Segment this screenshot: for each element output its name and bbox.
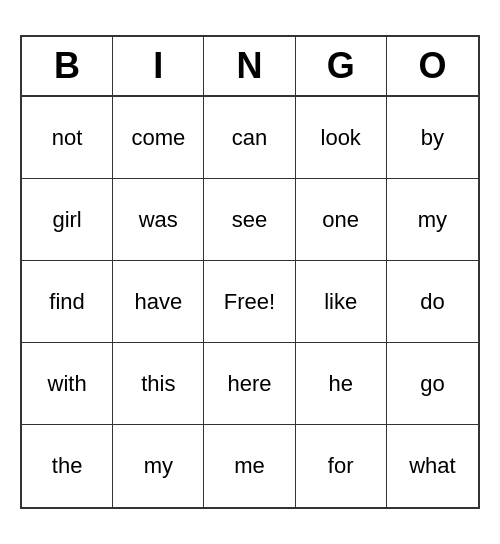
- header-g: G: [296, 37, 387, 95]
- cell-0: not: [22, 97, 113, 179]
- cell-6: was: [113, 179, 204, 261]
- cell-10: find: [22, 261, 113, 343]
- cell-2: can: [204, 97, 295, 179]
- cell-9: my: [387, 179, 478, 261]
- cell-4: by: [387, 97, 478, 179]
- header-i: I: [113, 37, 204, 95]
- cell-7: see: [204, 179, 295, 261]
- cell-11: have: [113, 261, 204, 343]
- cell-18: he: [296, 343, 387, 425]
- cell-17: here: [204, 343, 295, 425]
- bingo-grid: not come can look by girl was see one my…: [22, 97, 478, 507]
- cell-1: come: [113, 97, 204, 179]
- cell-23: for: [296, 425, 387, 507]
- cell-22: me: [204, 425, 295, 507]
- cell-5: girl: [22, 179, 113, 261]
- cell-20: the: [22, 425, 113, 507]
- cell-3: look: [296, 97, 387, 179]
- cell-15: with: [22, 343, 113, 425]
- cell-8: one: [296, 179, 387, 261]
- header-o: O: [387, 37, 478, 95]
- cell-14: do: [387, 261, 478, 343]
- cell-13: like: [296, 261, 387, 343]
- cell-12-free: Free!: [204, 261, 295, 343]
- bingo-header: B I N G O: [22, 37, 478, 97]
- header-n: N: [204, 37, 295, 95]
- cell-16: this: [113, 343, 204, 425]
- cell-24: what: [387, 425, 478, 507]
- bingo-card: B I N G O not come can look by girl was …: [20, 35, 480, 509]
- header-b: B: [22, 37, 113, 95]
- cell-21: my: [113, 425, 204, 507]
- cell-19: go: [387, 343, 478, 425]
